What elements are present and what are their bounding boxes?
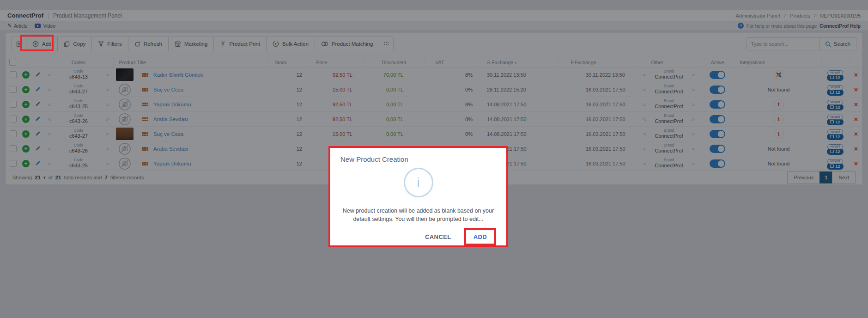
cancel-button[interactable]: CANCEL [422, 233, 454, 241]
modal-message: New product creation will be added as bl… [340, 207, 496, 223]
modal-title: New Product Creation [340, 155, 496, 163]
new-product-modal: New Product Creation i New product creat… [328, 146, 508, 247]
modal-actions: CANCEL ADD [340, 228, 496, 245]
product-management-page: ConnectProf Product Management Panel Adm… [0, 0, 868, 318]
modal-add-button[interactable]: ADD [471, 233, 490, 241]
add-annotation-box: ADD [464, 228, 496, 245]
info-icon: i [404, 168, 433, 197]
info-glyph: i [417, 175, 419, 190]
